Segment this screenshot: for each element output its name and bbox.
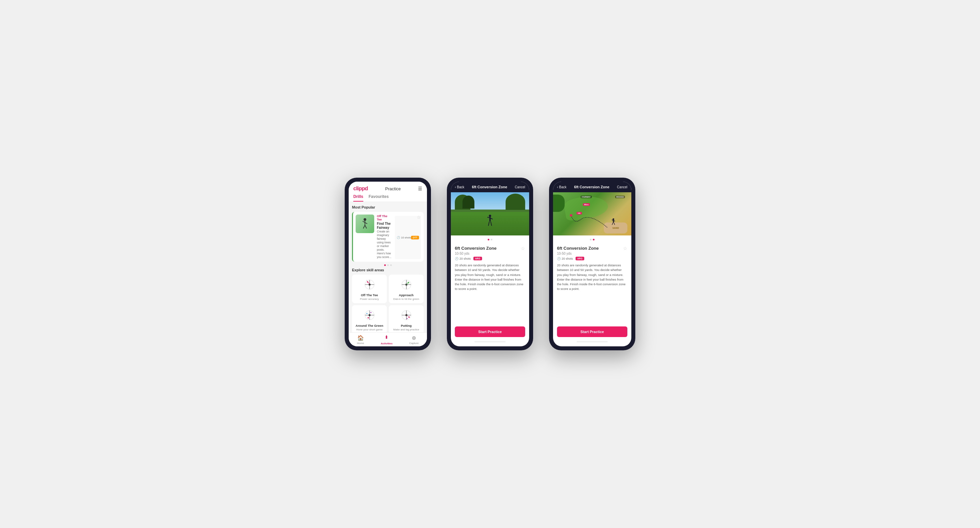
- phone1-topbar: clippd Practice ☰: [353, 186, 422, 191]
- menu-icon[interactable]: ☰: [418, 186, 422, 191]
- drill-photo: [451, 192, 529, 235]
- skill-icon-atg: [355, 308, 384, 322]
- svg-point-39: [406, 318, 407, 319]
- dot-2: [491, 239, 492, 241]
- favourite-star[interactable]: ☆: [521, 246, 525, 251]
- carousel-dots: [352, 264, 424, 266]
- capture-label: Capture: [409, 342, 418, 345]
- start-practice-button-3[interactable]: Start Practice: [557, 326, 627, 337]
- dot-3: [390, 264, 392, 266]
- drill-card-find-fairway[interactable]: Off The Tee Find The Fairway Create an i…: [352, 212, 424, 262]
- map-golfer-svg: [611, 218, 616, 225]
- capture-icon: ⊕: [412, 335, 416, 341]
- skill-card-atg[interactable]: Around The Green Hone your short game: [352, 305, 387, 332]
- back-chevron-icon-3: ‹: [557, 185, 558, 189]
- dot-1: [590, 239, 592, 241]
- shots-count: 🕐 10 shots: [397, 236, 411, 239]
- activities-label: Activities: [381, 342, 393, 345]
- drill-name: Find The Fairway: [377, 222, 392, 230]
- svg-line-3: [365, 222, 367, 224]
- golf-photo-bg: [451, 192, 529, 235]
- clock-icon: 🕐: [397, 236, 400, 239]
- golfer-figure: [486, 215, 494, 229]
- activities-svg: [384, 335, 389, 340]
- dot-1: [488, 239, 489, 241]
- skill-icon-ott: [355, 277, 384, 292]
- miss-badge: Miss: [583, 203, 590, 206]
- svg-line-47: [491, 222, 492, 226]
- skill-icon-approach: [391, 277, 421, 292]
- drill-title-3: 6ft Conversion Zone: [557, 246, 599, 251]
- arg-badge-3: ARG: [576, 257, 584, 260]
- phone1-body: Most Popular: [349, 202, 427, 332]
- skill-desc-atg: Hone your short game: [355, 328, 384, 331]
- phone2-body: 6ft Conversion Zone ☆ 10-50 yds 🕐 20 sho…: [451, 242, 529, 324]
- phone3-body: 6ft Conversion Zone ☆ 10-50 yds 🕐 20 sho…: [553, 242, 631, 324]
- svg-point-13: [367, 281, 368, 282]
- map-dots: [553, 238, 631, 241]
- nav-home[interactable]: 🏠 Home: [357, 335, 364, 345]
- back-button-3[interactable]: ‹ Back: [557, 185, 566, 189]
- cancel-button[interactable]: Cancel: [515, 185, 525, 189]
- home-indicator: [474, 341, 506, 342]
- tab-favourites[interactable]: Favourites: [369, 194, 389, 202]
- nav-capture[interactable]: ⊕ Capture: [409, 335, 418, 345]
- svg-line-46: [488, 222, 489, 226]
- tabs-bar: Drills Favourites: [353, 194, 422, 202]
- back-label: Back: [457, 185, 464, 189]
- skill-name-putting: Putting: [391, 324, 421, 327]
- shots-info: 🕐 20 shots: [455, 257, 471, 260]
- clock-icon: 🕐: [455, 257, 458, 260]
- svg-point-48: [570, 214, 572, 217]
- favourite-star-3[interactable]: ☆: [623, 246, 627, 251]
- cancel-button-3[interactable]: Cancel: [617, 185, 627, 189]
- svg-point-0: [364, 218, 366, 221]
- svg-point-24: [369, 314, 371, 316]
- svg-line-54: [614, 223, 615, 225]
- skill-name-approach: Approach: [391, 293, 421, 297]
- phone3-header-title: 6ft Conversion Zone: [574, 185, 609, 189]
- svg-point-29: [368, 317, 369, 319]
- tab-drills[interactable]: Drills: [353, 194, 363, 202]
- bottom-navbar: 🏠 Home Activities ⊕ Capture: [349, 332, 427, 346]
- back-button[interactable]: ‹ Back: [455, 185, 465, 189]
- tree-3: [506, 194, 525, 210]
- phone2-header-title: 6ft Conversion Zone: [472, 185, 507, 189]
- tree-2: [463, 196, 474, 209]
- phone3-bottom: Start Practice: [553, 324, 631, 346]
- atg-svg: [363, 308, 376, 322]
- drill-map: SAND FAIRWAY ROUGH Miss Hit: [553, 192, 631, 235]
- skill-icon-putting: [391, 308, 421, 322]
- drill-subtitle: Off The Tee: [377, 215, 392, 221]
- drill-meta: 🕐 20 shots ARG: [455, 257, 525, 260]
- svg-line-4: [363, 225, 365, 228]
- drill-range-3: 10-50 yds: [557, 252, 627, 255]
- drill-description-3: 20 shots are randomly generated at dista…: [557, 263, 627, 292]
- phone-2: ‹ Back 6ft Conversion Zone Cancel: [447, 178, 533, 350]
- svg-point-31: [366, 313, 367, 314]
- phone3-header: ‹ Back 6ft Conversion Zone Cancel: [553, 182, 631, 192]
- svg-line-53: [612, 223, 613, 225]
- skill-card-approach[interactable]: Approach Dial-in to hit the green: [389, 274, 424, 303]
- drill-description: Create an imaginary fairway using trees …: [377, 230, 392, 259]
- drill-thumb-inner: [356, 215, 374, 233]
- ott-badge: OTT: [411, 236, 419, 239]
- phone1-header: clippd Practice ☰ Drills Favourites: [349, 182, 427, 202]
- skill-card-off-the-tee[interactable]: Off The Tee Power accuracy: [352, 274, 387, 303]
- drill-title: 6ft Conversion Zone: [455, 246, 496, 251]
- favourite-icon[interactable]: ☆: [417, 215, 421, 220]
- nav-activities[interactable]: Activities: [381, 335, 393, 345]
- home-label: Home: [357, 342, 364, 345]
- clock-icon-3: 🕐: [557, 257, 561, 260]
- dot-2: [387, 264, 389, 266]
- most-popular-label: Most Popular: [352, 205, 424, 209]
- skill-card-putting[interactable]: Putting Make and lag practice: [389, 305, 424, 332]
- approach-svg: [400, 278, 413, 291]
- home-indicator-3: [577, 341, 608, 342]
- back-chevron-icon: ‹: [455, 185, 456, 189]
- dot-1: [384, 264, 386, 266]
- start-practice-button[interactable]: Start Practice: [455, 326, 525, 337]
- home-icon: 🏠: [357, 335, 364, 341]
- svg-rect-41: [386, 336, 387, 339]
- putting-svg: [400, 308, 413, 322]
